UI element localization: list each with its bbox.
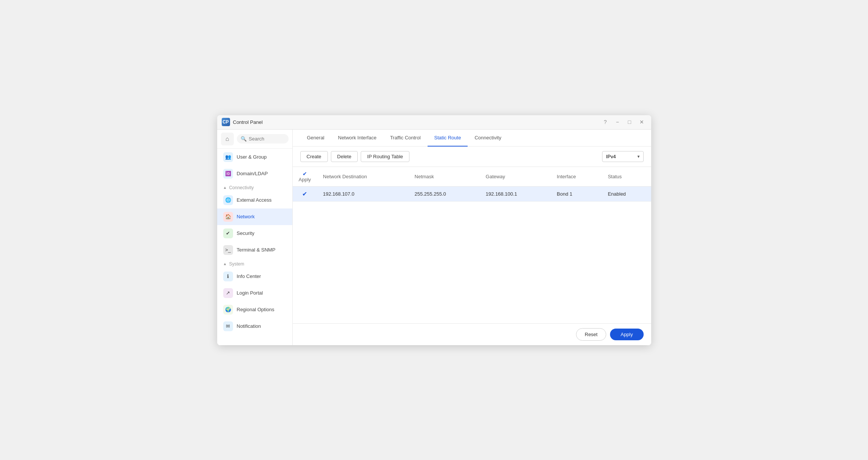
tab-static-route[interactable]: Static Route — [428, 130, 468, 147]
network-destination-column-header: Network Destination — [317, 167, 409, 187]
toolbar: Create Delete IP Routing Table IPv4 IPv6… — [293, 147, 651, 167]
ipv4-selector: IPv4 IPv6 ▼ — [602, 151, 644, 162]
table-row[interactable]: ✔ 192.168.107.0 255.255.255.0 192.168.10… — [293, 186, 651, 201]
interface-column-header: Interface — [551, 167, 602, 187]
apply-button[interactable]: Apply — [610, 329, 644, 340]
sidebar-item-notification[interactable]: ✉ Notification — [217, 318, 292, 335]
network-icon: 🏠 — [223, 212, 233, 222]
app-icon: CP — [222, 118, 230, 126]
security-icon: ✔ — [223, 228, 233, 238]
netmask-column-header: Netmask — [409, 167, 480, 187]
title-bar: CP Control Panel ? − □ ✕ — [217, 115, 651, 130]
sidebar-item-network[interactable]: 🏠 Network — [217, 208, 292, 225]
footer: Reset Apply — [293, 323, 651, 345]
content-area: General Network Interface Traffic Contro… — [293, 130, 651, 345]
maximize-button[interactable]: □ — [625, 117, 635, 127]
ipv4-select[interactable]: IPv4 IPv6 — [602, 151, 644, 162]
apply-checkbox[interactable]: ✔ — [293, 186, 317, 201]
login-portal-icon: ↗ — [223, 288, 233, 298]
connectivity-section: ▲ Connectivity — [217, 182, 292, 192]
tab-bar: General Network Interface Traffic Contro… — [293, 130, 651, 147]
user-group-icon: 👥 — [223, 152, 233, 162]
search-icon: 🔍 — [241, 136, 247, 142]
window-controls: ? − □ ✕ — [601, 117, 647, 127]
info-center-icon: ℹ — [223, 272, 233, 281]
sidebar-item-label: Info Center — [237, 273, 261, 279]
sidebar: ⌂ 🔍 👥 User & Group 🆔 Domain/LDAP ▲ Conne… — [217, 130, 293, 345]
title-bar-left: CP Control Panel — [222, 118, 263, 126]
help-button[interactable]: ? — [601, 117, 610, 127]
sidebar-item-regional-options[interactable]: 🌍 Regional Options — [217, 301, 292, 318]
sidebar-item-label: External Access — [237, 197, 272, 203]
interface-cell: Bond 1 — [551, 186, 602, 201]
status-column-header: Status — [602, 167, 651, 187]
tab-connectivity[interactable]: Connectivity — [468, 130, 508, 147]
tab-traffic-control[interactable]: Traffic Control — [383, 130, 428, 147]
apply-column-header: ✔ Apply — [293, 167, 317, 187]
ip-routing-table-button[interactable]: IP Routing Table — [361, 151, 409, 162]
tab-general[interactable]: General — [300, 130, 331, 147]
reset-button[interactable]: Reset — [576, 328, 606, 341]
static-route-table: ✔ Apply Network Destination Netmask Gate… — [293, 167, 651, 202]
delete-button[interactable]: Delete — [331, 151, 358, 162]
sidebar-item-label: Login Portal — [237, 290, 263, 296]
sidebar-item-label: Security — [237, 230, 255, 236]
network-destination-cell: 192.168.107.0 — [317, 186, 409, 201]
minimize-button[interactable]: − — [613, 117, 622, 127]
sidebar-item-info-center[interactable]: ℹ Info Center — [217, 268, 292, 285]
sidebar-item-external-access[interactable]: 🌐 External Access — [217, 192, 292, 208]
control-panel-window: CP Control Panel ? − □ ✕ ⌂ 🔍 👥 — [217, 115, 651, 345]
sidebar-item-label: Terminal & SNMP — [237, 247, 276, 253]
search-input[interactable] — [249, 136, 285, 142]
search-bar: 🔍 — [237, 134, 289, 144]
status-cell: Enabled — [602, 186, 651, 201]
sidebar-item-login-portal[interactable]: ↗ Login Portal — [217, 285, 292, 301]
sidebar-item-terminal-snmp[interactable]: >_ Terminal & SNMP — [217, 242, 292, 258]
close-button[interactable]: ✕ — [637, 117, 647, 127]
external-access-icon: 🌐 — [223, 195, 233, 205]
gateway-cell: 192.168.100.1 — [480, 186, 551, 201]
system-section: ▲ System — [217, 258, 292, 268]
chevron-up-icon: ▲ — [223, 185, 227, 190]
sidebar-item-label: Network — [237, 214, 255, 219]
sidebar-item-label: Domain/LDAP — [237, 171, 268, 176]
sidebar-item-security[interactable]: ✔ Security — [217, 225, 292, 242]
domain-ldap-icon: 🆔 — [223, 169, 233, 179]
netmask-cell: 255.255.255.0 — [409, 186, 480, 201]
sidebar-item-user-group[interactable]: 👥 User & Group — [217, 149, 292, 165]
regional-options-icon: 🌍 — [223, 305, 233, 315]
home-button[interactable]: ⌂ — [221, 133, 234, 145]
notification-icon: ✉ — [223, 321, 233, 331]
terminal-icon: >_ — [223, 245, 233, 255]
sidebar-item-label: User & Group — [237, 154, 267, 160]
sidebar-item-label: Notification — [237, 323, 261, 329]
create-button[interactable]: Create — [300, 151, 328, 162]
tab-network-interface[interactable]: Network Interface — [331, 130, 383, 147]
sidebar-item-domain-ldap[interactable]: 🆔 Domain/LDAP — [217, 165, 292, 182]
sidebar-item-label: Regional Options — [237, 307, 275, 312]
gateway-column-header: Gateway — [480, 167, 551, 187]
window-title: Control Panel — [233, 119, 263, 125]
chevron-up-icon-system: ▲ — [223, 262, 227, 266]
routing-table: ✔ Apply Network Destination Netmask Gate… — [293, 167, 651, 323]
main-layout: ⌂ 🔍 👥 User & Group 🆔 Domain/LDAP ▲ Conne… — [217, 130, 651, 345]
